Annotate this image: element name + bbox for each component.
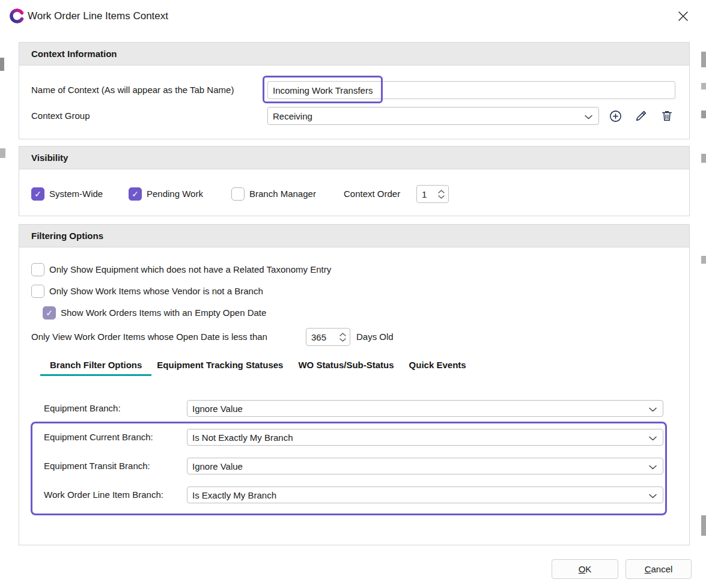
pending-work-label: Pending Work xyxy=(147,187,203,201)
taxonomy-filter-option: ✓ Only Show Equipment which does not hav… xyxy=(31,263,331,276)
equipment-current-branch-label: Equipment Current Branch: xyxy=(44,429,153,446)
equipment-current-branch-dropdown[interactable]: Is Not Exactly My Branch xyxy=(187,429,663,446)
empty-open-date-checkbox[interactable]: ✓ xyxy=(43,306,56,320)
work-order-line-item-branch-value: Is Exactly My Branch xyxy=(192,490,276,500)
work-order-context-dialog: Work Order Line Items Context Context In… xyxy=(0,0,706,588)
ok-button[interactable]: OK xyxy=(552,559,618,579)
days-old-value: 365 xyxy=(311,332,326,342)
equipment-branch-dropdown[interactable]: Ignore Value xyxy=(187,400,663,417)
pending-work-checkbox[interactable]: ✓ xyxy=(129,187,142,201)
taxonomy-filter-checkbox[interactable]: ✓ xyxy=(31,263,44,276)
taxonomy-filter-label: Only Show Equipment which does not have … xyxy=(49,263,331,276)
background-window-fragment xyxy=(701,515,706,536)
empty-open-date-option: ✓ Show Work Orders Items with an Empty O… xyxy=(43,306,266,320)
context-order-label: Context Order xyxy=(344,185,400,203)
tab-equipment-tracking-statuses[interactable]: Equipment Tracking Statuses xyxy=(157,360,283,376)
ok-button-label: OK xyxy=(552,564,618,574)
edit-context-group-button[interactable] xyxy=(634,109,648,123)
vendor-filter-checkbox[interactable]: ✓ xyxy=(31,285,44,298)
context-information-section: Context Information Name of Context (As … xyxy=(19,42,690,139)
equipment-transit-branch-dropdown[interactable]: Ignore Value xyxy=(187,458,663,474)
close-icon[interactable] xyxy=(676,9,690,23)
context-group-value: Receiving xyxy=(273,111,312,121)
equipment-transit-branch-label: Equipment Transit Branch: xyxy=(44,458,150,474)
context-name-input[interactable] xyxy=(267,81,675,99)
dialog-titlebar: Work Order Line Items Context xyxy=(0,0,706,35)
app-logo-icon xyxy=(9,8,25,24)
context-group-label: Context Group xyxy=(31,107,90,125)
system-wide-label: System-Wide xyxy=(49,187,103,201)
background-window-fragment xyxy=(701,52,706,67)
background-window-fragment xyxy=(701,256,706,264)
tab-quick-events[interactable]: Quick Events xyxy=(409,360,466,376)
context-order-spinner[interactable]: 1 xyxy=(416,185,449,203)
vendor-filter-label: Only Show Work Items whose Vendor is not… xyxy=(49,285,263,298)
days-old-spinner[interactable]: 365 xyxy=(306,328,350,346)
check-icon: ✓ xyxy=(34,190,41,198)
branch-manager-checkbox[interactable]: ✓ xyxy=(231,187,245,201)
chevron-down-icon xyxy=(649,461,657,471)
filter-tabs: Branch Filter Options Equipment Tracking… xyxy=(50,360,466,376)
spinner-up-icon[interactable] xyxy=(339,332,347,336)
visibility-section: Visibility ✓ System-Wide ✓ Pending Work … xyxy=(19,146,690,216)
background-window-fragment xyxy=(0,58,4,71)
cancel-button-label: Cancel xyxy=(626,564,691,574)
background-window-fragment xyxy=(701,154,706,163)
days-old-suffix-label: Days Old xyxy=(356,328,394,346)
filtering-options-section: Filtering Options ✓ Only Show Equipment … xyxy=(19,224,690,545)
chevron-down-icon xyxy=(649,432,657,443)
pending-work-option: ✓ Pending Work xyxy=(129,187,203,201)
context-group-dropdown[interactable]: Receiving xyxy=(267,107,599,125)
empty-open-date-label: Show Work Orders Items with an Empty Ope… xyxy=(61,306,266,320)
chevron-down-icon xyxy=(585,111,592,121)
background-window-fragment xyxy=(701,83,706,89)
tab-branch-filter-options[interactable]: Branch Filter Options xyxy=(40,360,151,376)
chevron-down-icon xyxy=(649,404,657,414)
context-order-value: 1 xyxy=(422,189,427,199)
dialog-title: Work Order Line Items Context xyxy=(28,10,168,22)
check-icon: ✓ xyxy=(46,309,53,317)
background-window-fragment xyxy=(0,148,5,158)
branch-manager-label: Branch Manager xyxy=(249,187,316,201)
equipment-branch-label: Equipment Branch: xyxy=(44,400,121,417)
equipment-current-branch-value: Is Not Exactly My Branch xyxy=(192,432,293,443)
vendor-filter-option: ✓ Only Show Work Items whose Vendor is n… xyxy=(31,285,263,298)
equipment-branch-value: Ignore Value xyxy=(192,404,243,414)
branch-manager-option: ✓ Branch Manager xyxy=(231,187,316,201)
open-date-limit-label: Only View Work Order Items whose Open Da… xyxy=(31,328,267,346)
spinner-down-icon[interactable] xyxy=(339,338,347,342)
system-wide-checkbox[interactable]: ✓ xyxy=(31,187,44,201)
context-information-header: Context Information xyxy=(19,43,689,65)
filtering-options-header: Filtering Options xyxy=(19,225,689,247)
delete-context-group-button[interactable] xyxy=(660,109,674,123)
add-context-group-button[interactable] xyxy=(608,109,622,123)
context-name-label: Name of Context (As will appear as the T… xyxy=(31,81,234,99)
system-wide-option: ✓ System-Wide xyxy=(31,187,103,201)
background-window-fragment xyxy=(701,111,706,118)
check-icon: ✓ xyxy=(132,190,139,198)
cancel-button[interactable]: Cancel xyxy=(625,559,692,579)
chevron-down-icon xyxy=(649,490,657,500)
work-order-line-item-branch-label: Work Order Line Item Branch: xyxy=(44,486,163,503)
tab-wo-status-sub-status[interactable]: WO Status/Sub-Status xyxy=(298,360,394,376)
spinner-up-icon[interactable] xyxy=(437,189,445,193)
work-order-line-item-branch-dropdown[interactable]: Is Exactly My Branch xyxy=(187,486,663,503)
spinner-down-icon[interactable] xyxy=(437,195,445,199)
equipment-transit-branch-value: Ignore Value xyxy=(192,461,243,471)
visibility-header: Visibility xyxy=(19,147,689,169)
